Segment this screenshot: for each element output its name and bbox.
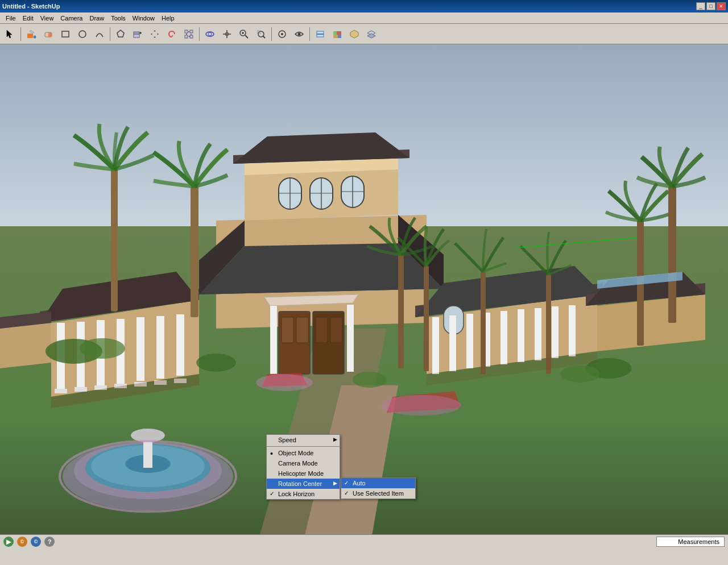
svg-rect-27 <box>337 31 341 35</box>
svg-marker-6 <box>117 30 124 37</box>
submenu-use-selected-label: Use Selected Item <box>353 490 404 497</box>
polygon-tool[interactable] <box>113 26 129 42</box>
ctx-rotation-center[interactable]: Rotation Center Auto Use Selected Item <box>267 479 340 489</box>
submenu-use-selected[interactable]: Use Selected Item <box>341 488 415 498</box>
svg-rect-4 <box>62 31 69 37</box>
materials-tool[interactable] <box>329 26 345 42</box>
svg-rect-96 <box>432 317 439 374</box>
svg-rect-82 <box>282 317 293 343</box>
svg-rect-50 <box>136 317 144 381</box>
status-icon-info[interactable]: © <box>31 537 41 547</box>
measurements-box[interactable]: Measurements <box>656 537 725 547</box>
menu-draw[interactable]: Draw <box>86 14 107 23</box>
close-button[interactable]: ✕ <box>717 2 726 10</box>
ctx-object-mode-label: Object Mode <box>278 450 313 456</box>
look-around-tool[interactable] <box>291 26 307 42</box>
select-tool[interactable] <box>2 26 18 42</box>
ctx-helicopter-mode[interactable]: Helicopter Mode <box>267 468 340 479</box>
section-tool[interactable] <box>312 26 328 42</box>
menu-help[interactable]: Help <box>158 14 178 23</box>
menu-tools[interactable]: Tools <box>107 14 129 23</box>
minimize-button[interactable]: _ <box>696 2 705 10</box>
arc-tool[interactable] <box>92 26 107 42</box>
svg-rect-51 <box>156 316 164 379</box>
svg-rect-85 <box>330 317 342 343</box>
circle-tool[interactable] <box>75 26 90 42</box>
maximize-button[interactable]: □ <box>706 2 715 10</box>
svg-rect-25 <box>338 35 341 38</box>
paint-tool[interactable] <box>23 26 39 42</box>
menu-edit[interactable]: Edit <box>19 14 37 23</box>
submenu-auto-label: Auto <box>353 480 366 487</box>
ctx-lock-horizon[interactable]: Lock Horizon <box>267 489 340 499</box>
walk-tool[interactable] <box>274 26 290 42</box>
status-bar: ▶ © © ? Measurements <box>0 534 728 549</box>
svg-marker-28 <box>350 30 358 38</box>
submenu-auto[interactable]: Auto <box>341 478 415 488</box>
svg-point-22 <box>298 32 301 35</box>
ctx-lock-horizon-label: Lock Horizon <box>278 491 315 497</box>
status-icon-play[interactable]: ▶ <box>3 537 14 547</box>
svg-point-21 <box>281 33 283 35</box>
svg-rect-104 <box>569 305 576 356</box>
svg-rect-100 <box>500 311 507 364</box>
svg-point-107 <box>256 374 313 391</box>
menu-window[interactable]: Window <box>129 14 158 23</box>
svg-rect-12 <box>190 35 193 38</box>
scene-3d <box>0 44 728 549</box>
status-icon-copyright[interactable]: © <box>17 537 27 547</box>
ctx-camera-mode-label: Camera Mode <box>278 460 318 467</box>
svg-rect-84 <box>316 317 328 343</box>
menu-view[interactable]: View <box>37 14 57 23</box>
svg-rect-10 <box>185 30 188 33</box>
components-tool[interactable] <box>346 26 362 42</box>
ctx-camera-mode[interactable]: Camera Mode <box>267 458 340 468</box>
ctx-helicopter-mode-label: Helicopter Mode <box>278 470 324 477</box>
svg-rect-13 <box>185 35 188 38</box>
toolbar-sep-4 <box>271 27 272 41</box>
viewport[interactable]: Speed Object Mode Camera Mode Helicopter… <box>0 44 728 549</box>
rectangle-tool[interactable] <box>57 26 73 42</box>
svg-marker-30 <box>367 34 375 38</box>
move-tool[interactable] <box>147 26 163 42</box>
menu-file[interactable]: File <box>2 14 19 23</box>
zoom-extents-tool[interactable] <box>253 26 269 42</box>
pan-tool[interactable] <box>219 26 235 42</box>
layers-tool[interactable] <box>363 26 379 42</box>
svg-rect-112 <box>424 266 429 371</box>
ctx-sep-1 <box>267 446 340 447</box>
submenu-rotation-center[interactable]: Auto Use Selected Item <box>341 477 416 499</box>
svg-rect-116 <box>668 186 676 323</box>
svg-rect-113 <box>481 272 486 374</box>
context-menu[interactable]: Speed Object Mode Camera Mode Helicopter… <box>266 434 340 500</box>
svg-point-15 <box>208 32 212 36</box>
svg-rect-103 <box>552 306 559 358</box>
pushpull-tool[interactable] <box>130 26 146 42</box>
svg-point-1 <box>34 35 36 38</box>
toolbar-sep-2 <box>110 27 110 41</box>
svg-rect-26 <box>333 31 337 35</box>
status-left: ▶ © © ? <box>3 537 55 547</box>
status-icon-help[interactable]: ? <box>44 537 55 547</box>
ctx-object-mode[interactable]: Object Mode <box>267 448 340 458</box>
svg-point-108 <box>381 395 461 416</box>
orbit-tool[interactable] <box>202 26 218 42</box>
scale-tool[interactable] <box>181 26 197 42</box>
rotate-tool[interactable] <box>164 26 180 42</box>
svg-rect-52 <box>176 314 184 376</box>
svg-rect-102 <box>535 308 541 360</box>
menu-camera[interactable]: Camera <box>57 14 86 23</box>
svg-rect-7 <box>134 34 139 38</box>
toolbar <box>0 24 728 44</box>
eraser-tool[interactable] <box>40 26 56 42</box>
svg-rect-54 <box>75 387 87 392</box>
svg-point-122 <box>560 365 600 383</box>
svg-point-120 <box>353 372 387 388</box>
svg-rect-8 <box>134 32 139 34</box>
svg-rect-110 <box>191 186 198 317</box>
ctx-speed[interactable]: Speed <box>267 435 340 445</box>
zoom-tool[interactable] <box>236 26 252 42</box>
svg-rect-24 <box>333 35 338 38</box>
toolbar-sep-1 <box>20 27 21 41</box>
menu-bar: File Edit View Camera Draw Tools Window … <box>0 13 728 24</box>
